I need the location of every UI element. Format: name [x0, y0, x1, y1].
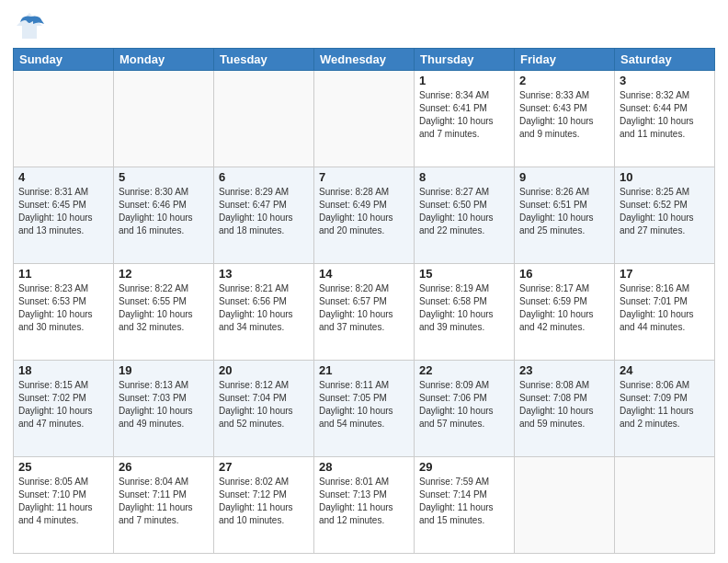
calendar-cell: 8Sunrise: 8:27 AM Sunset: 6:50 PM Daylig… — [415, 167, 515, 264]
day-number: 14 — [319, 267, 409, 281]
calendar-week-1: 4Sunrise: 8:31 AM Sunset: 6:45 PM Daylig… — [14, 167, 715, 264]
day-detail: Sunrise: 8:01 AM Sunset: 7:13 PM Dayligh… — [319, 476, 409, 527]
day-number: 27 — [219, 460, 309, 474]
day-number: 11 — [18, 267, 108, 281]
day-number: 18 — [18, 363, 108, 377]
day-detail: Sunrise: 8:09 AM Sunset: 7:06 PM Dayligh… — [419, 379, 509, 431]
day-number: 20 — [219, 363, 309, 377]
calendar-week-2: 11Sunrise: 8:23 AM Sunset: 6:53 PM Dayli… — [14, 264, 715, 361]
calendar-cell: 6Sunrise: 8:29 AM Sunset: 6:47 PM Daylig… — [214, 167, 314, 264]
day-number: 25 — [18, 460, 108, 474]
day-number: 21 — [319, 363, 409, 377]
calendar-cell: 4Sunrise: 8:31 AM Sunset: 6:45 PM Daylig… — [14, 167, 114, 264]
calendar-cell: 22Sunrise: 8:09 AM Sunset: 7:06 PM Dayli… — [415, 361, 515, 457]
day-number: 28 — [319, 460, 409, 474]
day-number: 19 — [119, 363, 209, 377]
day-detail: Sunrise: 8:25 AM Sunset: 6:52 PM Dayligh… — [620, 186, 710, 237]
day-number: 2 — [519, 74, 609, 87]
calendar-cell: 25Sunrise: 8:05 AM Sunset: 7:10 PM Dayli… — [14, 457, 114, 554]
day-number: 1 — [419, 74, 509, 87]
calendar-cell: 20Sunrise: 8:12 AM Sunset: 7:04 PM Dayli… — [214, 361, 314, 457]
day-detail: Sunrise: 8:33 AM Sunset: 6:43 PM Dayligh… — [519, 89, 609, 141]
day-number: 13 — [219, 267, 309, 281]
day-number: 5 — [119, 170, 209, 184]
calendar-cell — [214, 71, 314, 167]
calendar-cell — [515, 457, 615, 554]
calendar-cell: 17Sunrise: 8:16 AM Sunset: 7:01 PM Dayli… — [615, 264, 715, 361]
calendar-cell: 27Sunrise: 8:02 AM Sunset: 7:12 PM Dayli… — [214, 457, 314, 554]
day-detail: Sunrise: 8:08 AM Sunset: 7:08 PM Dayligh… — [519, 379, 609, 431]
page-container: SundayMondayTuesdayWednesdayThursdayFrid… — [0, 0, 728, 563]
calendar-cell: 29Sunrise: 7:59 AM Sunset: 7:14 PM Dayli… — [415, 457, 515, 554]
calendar-cell: 19Sunrise: 8:13 AM Sunset: 7:03 PM Dayli… — [114, 361, 214, 457]
day-detail: Sunrise: 8:02 AM Sunset: 7:12 PM Dayligh… — [219, 476, 309, 527]
calendar-cell: 1Sunrise: 8:34 AM Sunset: 6:41 PM Daylig… — [415, 71, 515, 167]
calendar-cell: 2Sunrise: 8:33 AM Sunset: 6:43 PM Daylig… — [515, 71, 615, 167]
day-detail: Sunrise: 8:12 AM Sunset: 7:04 PM Dayligh… — [219, 379, 309, 431]
column-header-tuesday: Tuesday — [214, 49, 314, 71]
day-detail: Sunrise: 8:32 AM Sunset: 6:44 PM Dayligh… — [620, 89, 710, 141]
calendar-cell: 12Sunrise: 8:22 AM Sunset: 6:55 PM Dayli… — [114, 264, 214, 361]
calendar-cell: 5Sunrise: 8:30 AM Sunset: 6:46 PM Daylig… — [114, 167, 214, 264]
day-detail: Sunrise: 8:15 AM Sunset: 7:02 PM Dayligh… — [18, 379, 108, 431]
column-header-saturday: Saturday — [615, 49, 715, 71]
calendar-cell: 9Sunrise: 8:26 AM Sunset: 6:51 PM Daylig… — [515, 167, 615, 264]
calendar-cell: 24Sunrise: 8:06 AM Sunset: 7:09 PM Dayli… — [615, 361, 715, 457]
calendar-cell — [14, 71, 114, 167]
day-number: 9 — [519, 170, 609, 184]
day-detail: Sunrise: 8:16 AM Sunset: 7:01 PM Dayligh… — [620, 282, 710, 334]
day-detail: Sunrise: 8:29 AM Sunset: 6:47 PM Dayligh… — [219, 186, 309, 237]
column-header-thursday: Thursday — [415, 49, 515, 71]
calendar-header-row: SundayMondayTuesdayWednesdayThursdayFrid… — [14, 49, 715, 71]
day-number: 4 — [18, 170, 108, 184]
calendar-cell: 7Sunrise: 8:28 AM Sunset: 6:49 PM Daylig… — [314, 167, 415, 264]
calendar-week-3: 18Sunrise: 8:15 AM Sunset: 7:02 PM Dayli… — [14, 361, 715, 457]
day-detail: Sunrise: 8:11 AM Sunset: 7:05 PM Dayligh… — [319, 379, 409, 431]
day-detail: Sunrise: 8:06 AM Sunset: 7:09 PM Dayligh… — [620, 379, 710, 431]
logo — [13, 9, 48, 42]
column-header-friday: Friday — [515, 49, 615, 71]
logo-icon — [13, 9, 46, 42]
day-number: 16 — [519, 267, 609, 281]
day-detail: Sunrise: 8:34 AM Sunset: 6:41 PM Dayligh… — [419, 89, 509, 141]
day-detail: Sunrise: 8:05 AM Sunset: 7:10 PM Dayligh… — [18, 476, 108, 527]
calendar-cell: 18Sunrise: 8:15 AM Sunset: 7:02 PM Dayli… — [14, 361, 114, 457]
calendar-cell: 14Sunrise: 8:20 AM Sunset: 6:57 PM Dayli… — [314, 264, 415, 361]
calendar-cell: 28Sunrise: 8:01 AM Sunset: 7:13 PM Dayli… — [314, 457, 415, 554]
day-number: 8 — [419, 170, 509, 184]
calendar-cell: 16Sunrise: 8:17 AM Sunset: 6:59 PM Dayli… — [515, 264, 615, 361]
day-detail: Sunrise: 8:17 AM Sunset: 6:59 PM Dayligh… — [519, 282, 609, 334]
day-number: 15 — [419, 267, 509, 281]
day-number: 24 — [620, 363, 710, 377]
day-number: 29 — [419, 460, 509, 474]
calendar-cell — [314, 71, 415, 167]
calendar-cell: 21Sunrise: 8:11 AM Sunset: 7:05 PM Dayli… — [314, 361, 415, 457]
calendar-cell: 3Sunrise: 8:32 AM Sunset: 6:44 PM Daylig… — [615, 71, 715, 167]
calendar-cell: 10Sunrise: 8:25 AM Sunset: 6:52 PM Dayli… — [615, 167, 715, 264]
calendar-week-0: 1Sunrise: 8:34 AM Sunset: 6:41 PM Daylig… — [14, 71, 715, 167]
calendar-week-4: 25Sunrise: 8:05 AM Sunset: 7:10 PM Dayli… — [14, 457, 715, 554]
calendar-cell — [615, 457, 715, 554]
day-detail: Sunrise: 8:23 AM Sunset: 6:53 PM Dayligh… — [18, 282, 108, 334]
day-detail: Sunrise: 8:22 AM Sunset: 6:55 PM Dayligh… — [119, 282, 209, 334]
calendar-cell: 23Sunrise: 8:08 AM Sunset: 7:08 PM Dayli… — [515, 361, 615, 457]
calendar-cell — [114, 71, 214, 167]
day-number: 12 — [119, 267, 209, 281]
day-detail: Sunrise: 8:19 AM Sunset: 6:58 PM Dayligh… — [419, 282, 509, 334]
day-detail: Sunrise: 8:20 AM Sunset: 6:57 PM Dayligh… — [319, 282, 409, 334]
day-number: 7 — [319, 170, 409, 184]
day-number: 23 — [519, 363, 609, 377]
day-detail: Sunrise: 8:04 AM Sunset: 7:11 PM Dayligh… — [119, 476, 209, 527]
day-detail: Sunrise: 8:28 AM Sunset: 6:49 PM Dayligh… — [319, 186, 409, 237]
day-detail: Sunrise: 8:26 AM Sunset: 6:51 PM Dayligh… — [519, 186, 609, 237]
calendar-cell: 11Sunrise: 8:23 AM Sunset: 6:53 PM Dayli… — [14, 264, 114, 361]
column-header-sunday: Sunday — [14, 49, 114, 71]
day-detail: Sunrise: 8:27 AM Sunset: 6:50 PM Dayligh… — [419, 186, 509, 237]
page-header — [13, 9, 715, 42]
column-header-monday: Monday — [114, 49, 214, 71]
day-detail: Sunrise: 8:13 AM Sunset: 7:03 PM Dayligh… — [119, 379, 209, 431]
day-detail: Sunrise: 8:30 AM Sunset: 6:46 PM Dayligh… — [119, 186, 209, 237]
day-number: 10 — [620, 170, 710, 184]
calendar-cell: 26Sunrise: 8:04 AM Sunset: 7:11 PM Dayli… — [114, 457, 214, 554]
day-number: 3 — [620, 74, 710, 87]
